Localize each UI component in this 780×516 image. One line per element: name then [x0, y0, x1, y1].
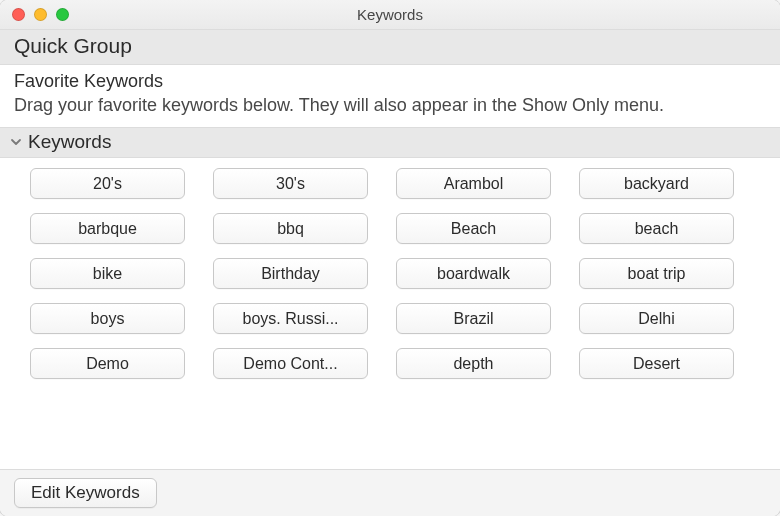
- keyword-label: 30's: [276, 175, 305, 193]
- keyword-label: boardwalk: [437, 265, 510, 283]
- keyword-label: 20's: [93, 175, 122, 193]
- keyword-label: barbque: [78, 220, 137, 238]
- keywords-window: Keywords Quick Group Favorite Keywords D…: [0, 0, 780, 516]
- keyword-button[interactable]: bike: [30, 258, 185, 289]
- keywords-scroll-area[interactable]: 20's30'sArambolbackyardbarbquebbqBeachbe…: [0, 158, 780, 469]
- keyword-label: depth: [453, 355, 493, 373]
- keyword-label: Delhi: [638, 310, 674, 328]
- keyword-label: boys: [91, 310, 125, 328]
- keyword-label: Beach: [451, 220, 496, 238]
- keyword-button[interactable]: depth: [396, 348, 551, 379]
- edit-keywords-button[interactable]: Edit Keywords: [14, 478, 157, 508]
- keyword-button[interactable]: Beach: [396, 213, 551, 244]
- keyword-label: boat trip: [628, 265, 686, 283]
- keyword-button[interactable]: boardwalk: [396, 258, 551, 289]
- keyword-label: Demo Cont...: [243, 355, 337, 373]
- keyword-button[interactable]: beach: [579, 213, 734, 244]
- favorites-block: Favorite Keywords Drag your favorite key…: [0, 65, 780, 127]
- quick-group-label: Quick Group: [14, 34, 132, 57]
- keyword-button[interactable]: boys: [30, 303, 185, 334]
- keyword-button[interactable]: Demo: [30, 348, 185, 379]
- keyword-label: Brazil: [453, 310, 493, 328]
- keyword-label: beach: [635, 220, 679, 238]
- minimize-button[interactable]: [34, 8, 47, 21]
- keyword-button[interactable]: 20's: [30, 168, 185, 199]
- keyword-label: Demo: [86, 355, 129, 373]
- chevron-down-icon: [10, 136, 22, 148]
- traffic-lights: [0, 8, 69, 21]
- quick-group-header: Quick Group: [0, 30, 780, 65]
- keyword-label: Desert: [633, 355, 680, 373]
- keyword-button[interactable]: backyard: [579, 168, 734, 199]
- titlebar: Keywords: [0, 0, 780, 30]
- keyword-button[interactable]: bbq: [213, 213, 368, 244]
- keyword-button[interactable]: boat trip: [579, 258, 734, 289]
- keyword-label: boys. Russi...: [242, 310, 338, 328]
- close-button[interactable]: [12, 8, 25, 21]
- keyword-button[interactable]: Brazil: [396, 303, 551, 334]
- keyword-label: Arambol: [444, 175, 504, 193]
- favorites-description: Drag your favorite keywords below. They …: [14, 94, 734, 117]
- keywords-grid: 20's30'sArambolbackyardbarbquebbqBeachbe…: [30, 168, 760, 379]
- keyword-button[interactable]: Arambol: [396, 168, 551, 199]
- scroll-fade: [0, 457, 780, 469]
- zoom-button[interactable]: [56, 8, 69, 21]
- keyword-label: Birthday: [261, 265, 320, 283]
- keyword-button[interactable]: Desert: [579, 348, 734, 379]
- keywords-section-header[interactable]: Keywords: [0, 127, 780, 158]
- keyword-button[interactable]: Delhi: [579, 303, 734, 334]
- keyword-button[interactable]: Demo Cont...: [213, 348, 368, 379]
- favorites-title: Favorite Keywords: [14, 71, 766, 92]
- keyword-label: bbq: [277, 220, 304, 238]
- keyword-button[interactable]: Birthday: [213, 258, 368, 289]
- keyword-label: bike: [93, 265, 122, 283]
- keywords-section-label: Keywords: [28, 131, 111, 153]
- footer: Edit Keywords: [0, 469, 780, 516]
- keyword-label: backyard: [624, 175, 689, 193]
- keyword-button[interactable]: boys. Russi...: [213, 303, 368, 334]
- keyword-button[interactable]: barbque: [30, 213, 185, 244]
- keyword-button[interactable]: 30's: [213, 168, 368, 199]
- window-title: Keywords: [357, 6, 423, 23]
